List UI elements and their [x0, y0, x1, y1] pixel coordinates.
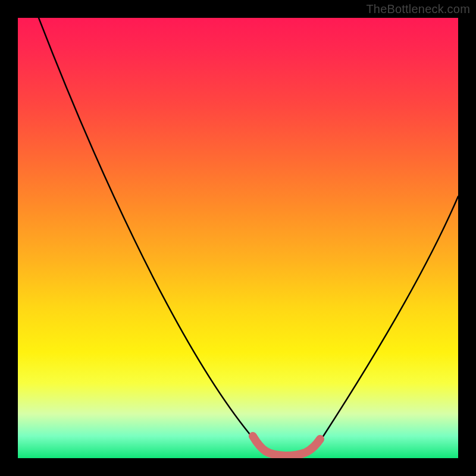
- plot-area: [18, 18, 458, 458]
- chart-frame: TheBottleneck.com: [0, 0, 476, 476]
- optimal-range-highlight: [253, 436, 320, 456]
- bottleneck-curve-line: [39, 18, 458, 456]
- curve-svg: [18, 18, 458, 458]
- watermark-text: TheBottleneck.com: [366, 2, 470, 16]
